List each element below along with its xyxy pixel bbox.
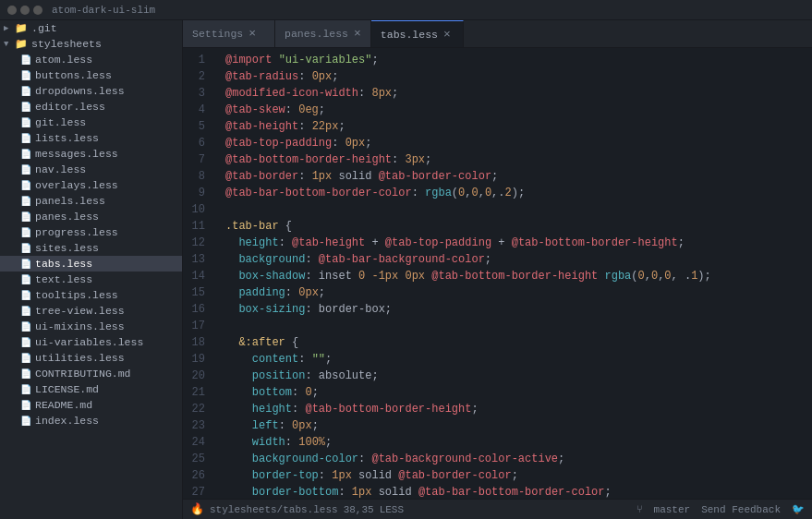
code-line-22: height: @tab-bottom-border-height; — [216, 401, 812, 417]
arrow-icon: ▶ — [4, 23, 11, 33]
file-icon: 📄 — [20, 321, 31, 332]
file-label: README.md — [35, 399, 92, 411]
close-button[interactable] — [7, 6, 17, 15]
code-line-27: border-bottom: 1px solid @tab-bar-bottom… — [216, 484, 812, 499]
file-icon: 📄 — [20, 353, 31, 364]
file-icon: 📄 — [20, 54, 31, 66]
title-bar: atom-dark-ui-slim — [0, 0, 812, 20]
sidebar-file-sites-less[interactable]: 📄 sites.less — [0, 240, 182, 256]
sidebar-file-nav-less[interactable]: 📄 nav.less — [0, 162, 182, 177]
file-icon: 📄 — [20, 368, 31, 380]
file-icon: 📄 — [20, 416, 31, 427]
code-line-26: border-top: 1px solid @tab-border-color; — [216, 467, 812, 484]
file-label: index.less — [35, 415, 99, 427]
file-icon: 📄 — [20, 180, 31, 191]
sidebar-file-index-less[interactable]: 📄 index.less — [0, 413, 182, 428]
sidebar-file-text-less[interactable]: 📄 text.less — [0, 272, 182, 287]
sidebar-file-overlays-less[interactable]: 📄 overlays.less — [0, 177, 182, 193]
sidebar-file-tabs-less[interactable]: 📄 tabs.less — [0, 256, 182, 272]
sidebar-file-lists-less[interactable]: 📄 lists.less — [0, 130, 182, 146]
code-line-4: @tab-skew: 0eg; — [216, 102, 812, 118]
sidebar-file-buttons-less[interactable]: 📄 buttons.less — [0, 67, 182, 83]
code-line-5: @tab-height: 22px; — [216, 118, 812, 135]
status-feedback[interactable]: Send Feedback — [701, 504, 781, 515]
code-line-11: .tab-bar { — [216, 218, 812, 235]
file-label: text.less — [35, 273, 92, 285]
code-line-16: box-sizing: border-box; — [216, 301, 812, 318]
status-bird-icon: 🐦 — [792, 503, 805, 515]
code-line-2: @tab-radius: 0px; — [216, 68, 812, 85]
sidebar: ▶ 📁 .git ▼ 📁 stylesheets 📄 atom.less 📄 b… — [0, 20, 183, 519]
code-line-8: @tab-border: 1px solid @tab-border-color… — [216, 168, 812, 185]
file-label: buttons.less — [35, 69, 112, 81]
sidebar-file-panes-less[interactable]: 📄 panes.less — [0, 209, 182, 224]
code-line-14: box-shadow: inset 0 -1px 0px @tab-bottom… — [216, 268, 812, 284]
sidebar-file-tooltips-less[interactable]: 📄 tooltips.less — [0, 287, 182, 303]
code-line-24: width: 100%; — [216, 434, 812, 451]
code-line-6: @tab-top-padding: 0px; — [216, 135, 812, 151]
sidebar-file-messages-less[interactable]: 📄 messages.less — [0, 146, 182, 162]
sidebar-file-editor-less[interactable]: 📄 editor.less — [0, 99, 182, 115]
sidebar-file-panels-less[interactable]: 📄 panels.less — [0, 193, 182, 209]
sidebar-file-tree-view-less[interactable]: 📄 tree-view.less — [0, 303, 182, 319]
code-line-23: left: 0px; — [216, 417, 812, 434]
status-right: ⑂ master Send Feedback 🐦 — [636, 503, 805, 515]
sidebar-file-progress-less[interactable]: 📄 progress.less — [0, 224, 182, 240]
file-label: ui-mixins.less — [35, 320, 125, 332]
sidebar-file-license-md[interactable]: 📄 LICENSE.md — [0, 381, 182, 397]
folder-icon: 📁 — [15, 38, 28, 50]
code-line-13: background: @tab-bar-background-color; — [216, 251, 812, 268]
status-bar: 🔥 stylesheets/tabs.less 38,35 LESS ⑂ mas… — [183, 499, 812, 519]
file-icon: 📄 — [20, 70, 31, 81]
sidebar-folder-git[interactable]: ▶ 📁 .git — [0, 20, 182, 36]
tab-settings[interactable]: Settings × — [183, 20, 275, 47]
file-label: atom.less — [35, 54, 92, 66]
tab-settings-close[interactable]: × — [248, 28, 256, 40]
file-label: ui-variables.less — [35, 336, 143, 348]
file-icon: 📄 — [20, 196, 31, 207]
status-file-type: LESS — [380, 504, 404, 515]
sidebar-file-ui-mixins-less[interactable]: 📄 ui-mixins.less — [0, 319, 182, 334]
tab-panes-less[interactable]: panes.less × — [275, 20, 371, 47]
code-line-20: position: absolute; — [216, 368, 812, 384]
sidebar-file-contributing-md[interactable]: 📄 CONTRIBUTING.md — [0, 366, 182, 381]
editor-area: Settings × panes.less × tabs.less × 1234… — [183, 20, 812, 519]
sidebar-file-readme-md[interactable]: 📄 README.md — [0, 397, 182, 413]
file-icon: 📄 — [20, 290, 31, 301]
file-label: nav.less — [35, 163, 86, 175]
tab-panes-less-close[interactable]: × — [354, 28, 361, 40]
file-icon: 📄 — [20, 164, 31, 175]
sidebar-file-dropdowns-less[interactable]: 📄 dropdowns.less — [0, 83, 182, 99]
status-git-icon: ⑂ — [636, 504, 643, 515]
minimize-button[interactable] — [20, 6, 30, 15]
sidebar-file-atom-less[interactable]: 📄 atom.less — [0, 52, 182, 67]
sidebar-file-git-less[interactable]: 📄 git.less — [0, 115, 182, 130]
file-label: sites.less — [35, 242, 99, 254]
tab-tabs-less[interactable]: tabs.less × — [371, 20, 464, 47]
file-label: editor.less — [35, 101, 105, 113]
tab-settings-label: Settings — [192, 28, 243, 40]
tab-tabs-less-label: tabs.less — [381, 29, 438, 41]
tab-tabs-less-close[interactable]: × — [443, 29, 451, 41]
sidebar-file-ui-variables-less[interactable]: 📄 ui-variables.less — [0, 334, 182, 350]
file-icon: 📄 — [20, 102, 31, 113]
file-label: messages.less — [35, 148, 118, 160]
window-controls[interactable] — [7, 6, 42, 15]
tab-panes-less-label: panes.less — [285, 28, 348, 40]
file-label: progress.less — [35, 226, 118, 238]
maximize-button[interactable] — [33, 6, 42, 15]
code-line-10 — [216, 201, 812, 218]
sidebar-folder-stylesheets[interactable]: ▼ 📁 stylesheets — [0, 36, 182, 52]
status-left: 🔥 stylesheets/tabs.less 38,35 LESS — [190, 502, 404, 516]
code-editor[interactable]: @import "ui-variables"; @tab-radius: 0px… — [216, 48, 812, 499]
status-branch: master — [654, 504, 691, 515]
sidebar-file-utilities-less[interactable]: 📄 utilities.less — [0, 350, 182, 366]
tabs-bar: Settings × panes.less × tabs.less × — [183, 20, 812, 48]
file-label: tooltips.less — [35, 289, 118, 301]
arrow-icon: ▼ — [4, 40, 11, 49]
file-icon: 📄 — [20, 306, 31, 317]
code-line-21: bottom: 0; — [216, 384, 812, 401]
code-line-15: padding: 0px; — [216, 284, 812, 301]
file-icon: 📄 — [20, 243, 31, 254]
file-icon: 📄 — [20, 149, 31, 160]
